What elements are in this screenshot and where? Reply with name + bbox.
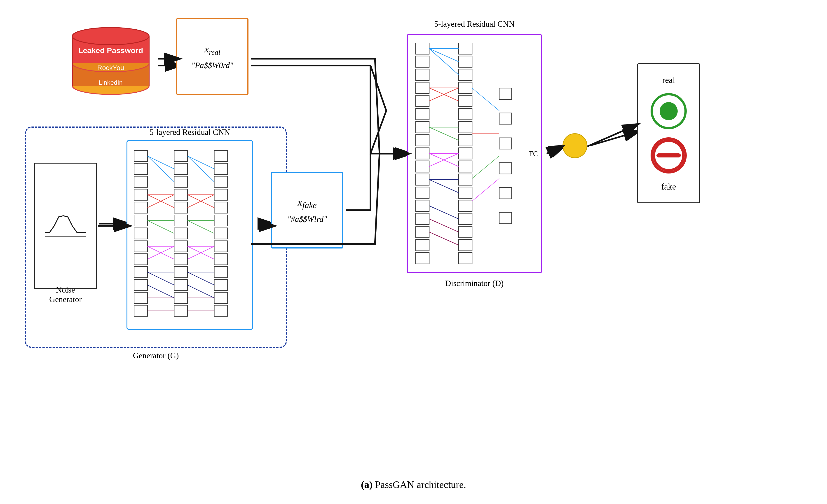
svg-line-5 bbox=[590, 131, 639, 146]
discriminator-label: Discriminator (D) bbox=[408, 279, 541, 288]
svg-rect-116 bbox=[458, 187, 472, 198]
svg-rect-40 bbox=[174, 280, 188, 291]
svg-rect-111 bbox=[458, 121, 472, 133]
svg-rect-102 bbox=[416, 226, 429, 238]
svg-rect-43 bbox=[214, 150, 228, 161]
svg-rect-34 bbox=[174, 202, 188, 213]
svg-line-84 bbox=[188, 272, 214, 285]
svg-rect-145 bbox=[499, 163, 512, 174]
svg-rect-25 bbox=[134, 254, 147, 265]
generator-cnn-label: 5-layered Residual CNN bbox=[128, 128, 252, 137]
noise-box: NoiseGenerator bbox=[34, 163, 97, 289]
svg-rect-119 bbox=[458, 226, 472, 238]
diagram: Leaked Password RockYou LinkedIn xreal "… bbox=[0, 0, 827, 504]
svg-line-123 bbox=[429, 49, 458, 62]
svg-rect-28 bbox=[134, 292, 147, 303]
svg-line-63 bbox=[147, 220, 174, 233]
svg-rect-31 bbox=[174, 163, 188, 174]
output-fake-label: fake bbox=[661, 182, 676, 192]
svg-rect-104 bbox=[416, 253, 429, 264]
svg-rect-52 bbox=[214, 266, 228, 278]
svg-rect-42 bbox=[174, 305, 188, 316]
svg-rect-118 bbox=[458, 213, 472, 224]
svg-rect-112 bbox=[458, 135, 472, 146]
svg-line-85 bbox=[188, 285, 214, 298]
svg-rect-22 bbox=[134, 215, 147, 226]
svg-line-152 bbox=[547, 146, 563, 154]
svg-text:LinkedIn: LinkedIn bbox=[99, 79, 123, 86]
svg-rect-91 bbox=[416, 82, 429, 94]
svg-rect-106 bbox=[458, 56, 472, 67]
svg-rect-24 bbox=[134, 241, 147, 252]
svg-rect-120 bbox=[458, 240, 472, 251]
svg-line-69 bbox=[147, 285, 174, 298]
svg-rect-53 bbox=[214, 280, 228, 291]
svg-rect-99 bbox=[416, 187, 429, 198]
svg-rect-45 bbox=[214, 176, 228, 187]
svg-rect-94 bbox=[416, 121, 429, 133]
svg-rect-88 bbox=[416, 43, 429, 54]
svg-rect-100 bbox=[416, 200, 429, 211]
xreal-label: xreal bbox=[204, 43, 221, 56]
svg-line-141 bbox=[472, 179, 499, 201]
svg-rect-146 bbox=[499, 188, 512, 199]
svg-line-129 bbox=[429, 127, 458, 140]
svg-rect-36 bbox=[174, 228, 188, 239]
neuron-circle bbox=[563, 133, 587, 158]
svg-rect-89 bbox=[416, 56, 429, 67]
database-cylinder: Leaked Password RockYou LinkedIn bbox=[68, 18, 154, 95]
svg-line-57 bbox=[147, 156, 174, 169]
no-entry-icon bbox=[653, 140, 684, 171]
svg-rect-147 bbox=[499, 212, 512, 224]
svg-rect-90 bbox=[416, 69, 429, 81]
svg-line-73 bbox=[188, 156, 214, 169]
svg-line-124 bbox=[429, 49, 458, 75]
svg-line-138 bbox=[472, 88, 499, 111]
svg-line-74 bbox=[188, 156, 214, 182]
svg-rect-33 bbox=[174, 189, 188, 200]
svg-rect-117 bbox=[458, 200, 472, 211]
xreal-value: "Pa$$W0rd" bbox=[192, 60, 233, 70]
svg-line-68 bbox=[147, 272, 174, 285]
discriminator-cnn-inner bbox=[412, 42, 523, 265]
svg-rect-109 bbox=[458, 95, 472, 107]
svg-rect-37 bbox=[174, 241, 188, 252]
svg-rect-110 bbox=[458, 108, 472, 120]
svg-rect-47 bbox=[214, 202, 228, 213]
svg-rect-144 bbox=[499, 138, 512, 149]
svg-rect-32 bbox=[174, 176, 188, 187]
svg-rect-97 bbox=[416, 161, 429, 172]
svg-rect-113 bbox=[458, 148, 472, 159]
svg-rect-121 bbox=[458, 253, 472, 264]
svg-rect-107 bbox=[458, 69, 472, 81]
svg-rect-20 bbox=[134, 189, 147, 200]
svg-line-140 bbox=[472, 156, 499, 179]
svg-rect-50 bbox=[214, 241, 228, 252]
svg-rect-41 bbox=[174, 292, 188, 303]
generator-label: Generator (G) bbox=[133, 351, 179, 360]
svg-line-153 bbox=[587, 124, 638, 146]
output-box: real fake bbox=[637, 63, 700, 203]
svg-rect-26 bbox=[134, 266, 147, 278]
svg-rect-17 bbox=[134, 150, 147, 161]
svg-rect-105 bbox=[458, 43, 472, 54]
noise-label: NoiseGenerator bbox=[49, 285, 82, 304]
svg-rect-30 bbox=[174, 150, 188, 161]
svg-point-10 bbox=[72, 28, 149, 45]
caption: (a) PassGAN architecture. bbox=[361, 479, 466, 491]
svg-line-79 bbox=[188, 220, 214, 233]
svg-rect-93 bbox=[416, 108, 429, 120]
svg-rect-95 bbox=[416, 135, 429, 146]
svg-rect-39 bbox=[174, 266, 188, 278]
svg-rect-114 bbox=[458, 161, 472, 172]
xfake-label: xfake bbox=[298, 196, 317, 210]
svg-text:Leaked Password: Leaked Password bbox=[78, 46, 143, 55]
svg-rect-46 bbox=[214, 189, 228, 200]
svg-rect-115 bbox=[458, 174, 472, 185]
svg-rect-49 bbox=[214, 228, 228, 239]
generator-cnn-box: 5-layered Residual CNN bbox=[127, 140, 253, 330]
fc-label: FC bbox=[529, 150, 538, 158]
svg-rect-103 bbox=[416, 240, 429, 251]
svg-rect-96 bbox=[416, 148, 429, 159]
svg-line-4 bbox=[547, 146, 565, 154]
